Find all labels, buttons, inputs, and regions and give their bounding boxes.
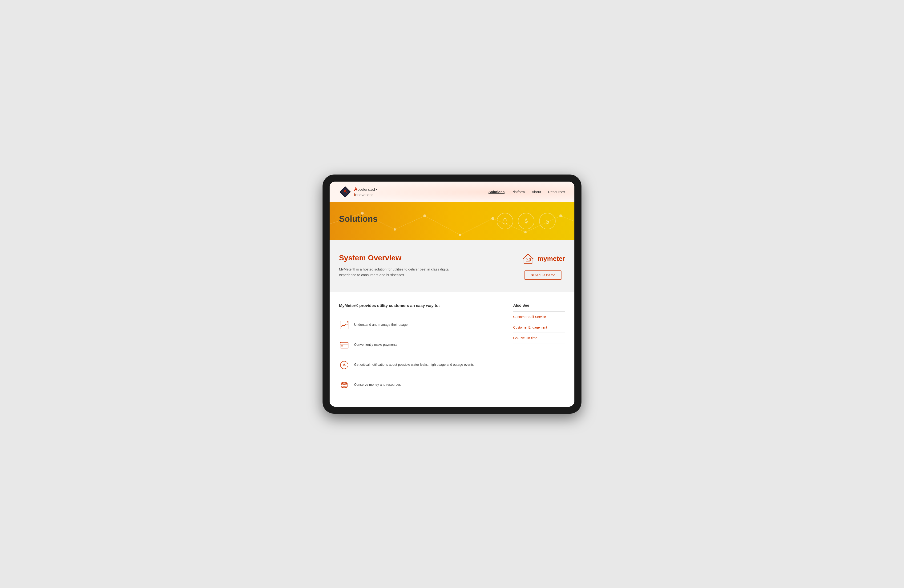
svg-rect-8 (340, 321, 348, 329)
also-see-item-css[interactable]: Customer Self Service (513, 311, 565, 322)
also-see-item-ce[interactable]: Customer Engagement (513, 322, 565, 333)
overview-section: System Overview MyMeter® is a hosted sol… (330, 240, 574, 292)
nav-item-resources[interactable]: Resources (548, 190, 565, 194)
navbar: A Accelerated • innovations Solutions Pl… (330, 181, 574, 202)
coins-icon (339, 380, 349, 390)
feature-item-conserve: Conserve money and resources (339, 375, 499, 395)
overview-left: System Overview MyMeter® is a hosted sol… (339, 254, 457, 278)
feature-item-usage: Understand and manage their usage (339, 315, 499, 335)
features-section: MyMeter® provides utility customers an e… (330, 292, 574, 407)
hero-banner: Solutions (330, 202, 574, 240)
nav-item-solutions[interactable]: Solutions (488, 190, 504, 194)
also-see-sidebar: Also See Customer Self Service Customer … (513, 303, 565, 395)
tablet-frame: A Accelerated • innovations Solutions Pl… (322, 175, 582, 414)
feature-text-conserve: Conserve money and resources (354, 380, 401, 387)
nav-links: Solutions Platform About Resources (488, 190, 565, 194)
overview-right: mymeter Schedule Demo (521, 252, 565, 280)
also-see-item-golive[interactable]: Go-Live On time (513, 333, 565, 344)
mymeter-text: mymeter (537, 255, 565, 262)
feature-text-usage: Understand and manage their usage (354, 320, 408, 327)
payment-icon (339, 340, 349, 350)
overview-title: System Overview (339, 254, 457, 262)
svg-rect-10 (340, 342, 348, 348)
feature-item-payments: Conveniently make payments (339, 335, 499, 355)
overview-description: MyMeter® is a hosted solution for utilit… (339, 266, 457, 278)
logo-area: A Accelerated • innovations (339, 186, 377, 198)
nav-item-platform[interactable]: Platform (512, 190, 525, 194)
logo-text: Accelerated • innovations (354, 186, 377, 197)
feature-item-notifications: 24 Get critical notifications about poss… (339, 355, 499, 375)
chart-icon (339, 320, 349, 330)
logo-diamond-icon: A (339, 186, 351, 198)
features-main: MyMeter® provides utility customers an e… (339, 303, 499, 395)
hero-title: Solutions (339, 214, 565, 224)
mymeter-icon (521, 252, 535, 266)
svg-line-9 (347, 321, 348, 323)
clock24-icon: 24 (339, 360, 349, 370)
schedule-demo-button[interactable]: Schedule Demo (525, 271, 561, 280)
feature-text-payments: Conveniently make payments (354, 340, 397, 347)
features-title: MyMeter® provides utility customers an e… (339, 303, 499, 308)
nav-item-about[interactable]: About (532, 190, 541, 194)
svg-text:A: A (343, 189, 347, 194)
feature-text-notifications: Get critical notifications about possibl… (354, 360, 474, 367)
tablet-screen: A Accelerated • innovations Solutions Pl… (330, 181, 574, 407)
mymeter-logo: mymeter (521, 252, 565, 266)
svg-rect-12 (341, 345, 343, 346)
also-see-title: Also See (513, 303, 565, 307)
